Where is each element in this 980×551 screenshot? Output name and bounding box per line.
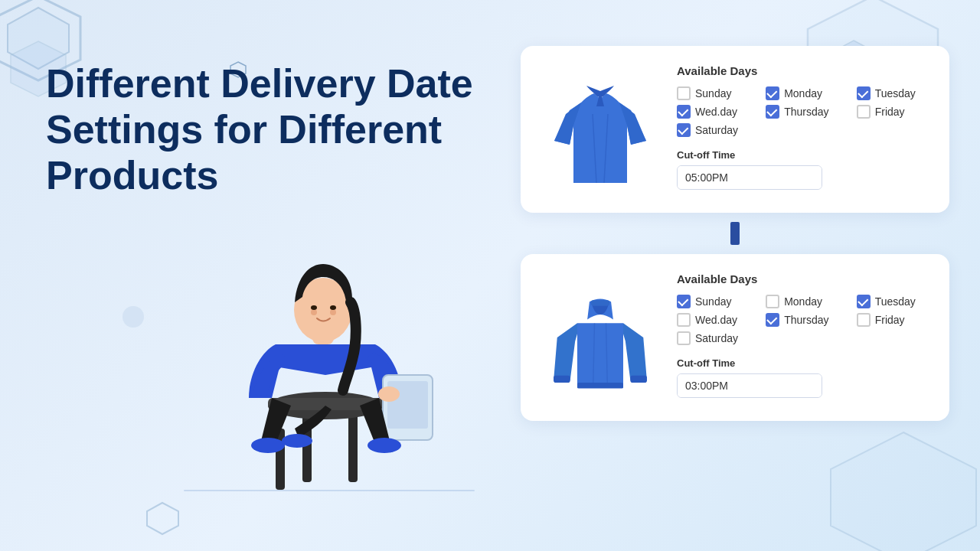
checkbox-wednesday-1[interactable]: [677, 105, 691, 119]
cutoff-input-wrap-2[interactable]: [677, 373, 822, 398]
svg-point-23: [368, 438, 401, 453]
checkbox-saturday-2[interactable]: [677, 331, 691, 345]
svg-rect-27: [554, 376, 570, 383]
day-label-monday-2: Monday: [784, 295, 822, 308]
day-sunday-1[interactable]: Sunday: [677, 86, 753, 100]
svg-point-16: [330, 309, 336, 315]
day-label-thursday-1: Thursday: [784, 106, 828, 118]
svg-point-21: [378, 386, 400, 402]
day-label-sunday-1: Sunday: [695, 87, 731, 99]
svg-marker-1: [8, 8, 69, 69]
cutoff-section-2: Cut-off Time: [677, 357, 931, 398]
day-monday-2[interactable]: Monday: [766, 295, 844, 308]
svg-rect-28: [630, 376, 647, 383]
checkbox-monday-2[interactable]: [766, 295, 779, 308]
product-settings-2: Available Days Sunday Monday Tuesday: [677, 272, 931, 398]
day-tuesday-2[interactable]: Tuesday: [857, 295, 931, 308]
days-grid-1: Sunday Monday Tuesday Wed.day: [677, 86, 931, 137]
day-label-saturday-1: Saturday: [695, 124, 738, 136]
day-saturday-1[interactable]: Saturday: [677, 123, 753, 137]
day-wednesday-1[interactable]: Wed.day: [677, 105, 753, 119]
checkbox-friday-1[interactable]: [857, 105, 871, 119]
svg-rect-26: [591, 300, 609, 306]
checkbox-saturday-1[interactable]: [677, 123, 691, 137]
card-connector: [730, 222, 740, 245]
svg-point-17: [311, 305, 317, 310]
day-thursday-2[interactable]: Thursday: [766, 313, 844, 327]
svg-point-24: [282, 434, 312, 448]
product-settings-1: Available Days Sunday Monday Tuesday: [677, 64, 931, 190]
baseline: [184, 490, 475, 491]
day-saturday-2[interactable]: Saturday: [677, 331, 753, 345]
checkbox-wednesday-2[interactable]: [677, 313, 691, 327]
checkbox-tuesday-2[interactable]: [857, 295, 871, 308]
checkbox-tuesday-1[interactable]: [857, 86, 871, 100]
day-label-sunday-2: Sunday: [695, 295, 731, 308]
svg-marker-4: [147, 503, 178, 534]
checkbox-thursday-1[interactable]: [766, 105, 779, 119]
right-panel: Available Days Sunday Monday Tuesday: [521, 46, 949, 421]
product-image-1: [539, 64, 662, 194]
product-image-2: [539, 272, 662, 403]
product-card-1: Available Days Sunday Monday Tuesday: [521, 46, 949, 213]
cutoff-input-1[interactable]: [678, 166, 822, 189]
svg-rect-29: [577, 383, 623, 389]
cutoff-input-wrap-1[interactable]: [677, 165, 822, 190]
day-wednesday-2[interactable]: Wed.day: [677, 313, 753, 327]
checkbox-sunday-2[interactable]: [677, 295, 691, 308]
day-label-saturday-2: Saturday: [695, 332, 738, 344]
svg-point-18: [330, 305, 336, 310]
cutoff-input-2[interactable]: [678, 374, 822, 397]
checkbox-sunday-1[interactable]: [677, 86, 691, 100]
settings-title-2: Available Days: [677, 272, 931, 285]
day-label-tuesday-1: Tuesday: [875, 87, 916, 99]
day-label-wednesday-1: Wed.day: [695, 106, 737, 118]
settings-title-1: Available Days: [677, 64, 931, 77]
days-grid-2: Sunday Monday Tuesday Wed.day: [677, 295, 931, 345]
day-label-thursday-2: Thursday: [784, 314, 828, 326]
svg-marker-7: [831, 432, 976, 551]
day-friday-1[interactable]: Friday: [857, 105, 931, 119]
person-illustration: [184, 168, 475, 490]
product-card-2: Available Days Sunday Monday Tuesday: [521, 254, 949, 421]
cutoff-label-2: Cut-off Time: [677, 357, 931, 369]
day-label-tuesday-2: Tuesday: [875, 295, 916, 308]
svg-point-15: [311, 309, 317, 315]
checkbox-thursday-2[interactable]: [766, 313, 779, 327]
svg-point-22: [251, 438, 285, 453]
day-label-wednesday-2: Wed.day: [695, 314, 737, 326]
day-tuesday-1[interactable]: Tuesday: [857, 86, 931, 100]
day-label-monday-1: Monday: [784, 87, 822, 99]
day-label-friday-2: Friday: [875, 314, 905, 326]
day-sunday-2[interactable]: Sunday: [677, 295, 753, 308]
day-friday-2[interactable]: Friday: [857, 313, 931, 327]
day-thursday-1[interactable]: Thursday: [766, 105, 844, 119]
checkbox-friday-2[interactable]: [857, 313, 871, 327]
cutoff-label-1: Cut-off Time: [677, 149, 931, 161]
day-label-friday-1: Friday: [875, 106, 905, 118]
checkbox-monday-1[interactable]: [766, 86, 779, 100]
day-monday-1[interactable]: Monday: [766, 86, 844, 100]
cutoff-section-1: Cut-off Time: [677, 149, 931, 190]
